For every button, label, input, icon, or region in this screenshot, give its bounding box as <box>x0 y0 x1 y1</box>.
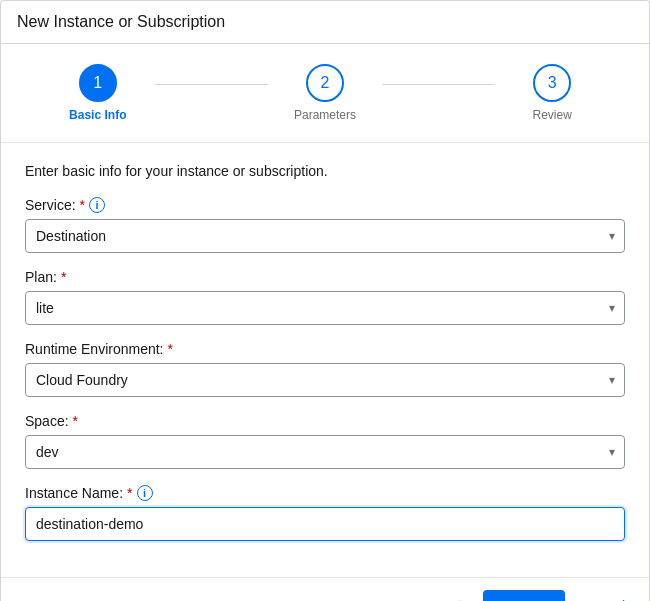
dialog-body: Enter basic info for your instance or su… <box>1 143 649 577</box>
intro-text: Enter basic info for your instance or su… <box>25 163 625 179</box>
step-2: 2 Parameters <box>268 64 382 122</box>
space-required: * <box>73 413 78 429</box>
step-3-label: Review <box>532 108 571 122</box>
wizard-steps: 1 Basic Info 2 Parameters 3 Review <box>1 44 649 143</box>
instance-name-group: Instance Name: * i <box>25 485 625 541</box>
service-select[interactable]: Destination <box>25 219 625 253</box>
service-info-icon[interactable]: i <box>89 197 105 213</box>
step-line-2 <box>382 84 496 85</box>
service-select-wrapper: Destination ▾ <box>25 219 625 253</box>
instance-name-required: * <box>127 485 132 501</box>
space-select-wrapper: dev ▾ <box>25 435 625 469</box>
plan-select[interactable]: lite <box>25 291 625 325</box>
space-group: Space: * dev ▾ <box>25 413 625 469</box>
instance-name-input[interactable] <box>25 507 625 541</box>
dialog-title: New Instance or Subscription <box>1 1 649 44</box>
dialog: New Instance or Subscription 1 Basic Inf… <box>0 0 650 601</box>
runtime-required: * <box>168 341 173 357</box>
step-1-label: Basic Info <box>69 108 126 122</box>
instance-name-label: Instance Name: * i <box>25 485 625 501</box>
instance-name-info-icon[interactable]: i <box>137 485 153 501</box>
plan-group: Plan: * lite ▾ <box>25 269 625 325</box>
step-line-1 <box>155 84 269 85</box>
runtime-label: Runtime Environment: * <box>25 341 625 357</box>
step-1: 1 Basic Info <box>41 64 155 122</box>
step-3-circle: 3 <box>533 64 571 102</box>
dialog-footer: Next ❯ Create Cancel <box>1 577 649 601</box>
step-2-label: Parameters <box>294 108 356 122</box>
step-3: 3 Review <box>495 64 609 122</box>
service-label: Service: * i <box>25 197 625 213</box>
space-label: Space: * <box>25 413 625 429</box>
step-2-circle: 2 <box>306 64 344 102</box>
service-required: * <box>80 197 85 213</box>
runtime-select-wrapper: Cloud Foundry ▾ <box>25 363 625 397</box>
plan-select-wrapper: lite ▾ <box>25 291 625 325</box>
create-button[interactable]: Create <box>483 590 565 601</box>
space-select[interactable]: dev <box>25 435 625 469</box>
runtime-group: Runtime Environment: * Cloud Foundry ▾ <box>25 341 625 397</box>
service-group: Service: * i Destination ▾ <box>25 197 625 253</box>
runtime-select[interactable]: Cloud Foundry <box>25 363 625 397</box>
plan-label: Plan: * <box>25 269 625 285</box>
plan-required: * <box>61 269 66 285</box>
step-1-circle: 1 <box>79 64 117 102</box>
